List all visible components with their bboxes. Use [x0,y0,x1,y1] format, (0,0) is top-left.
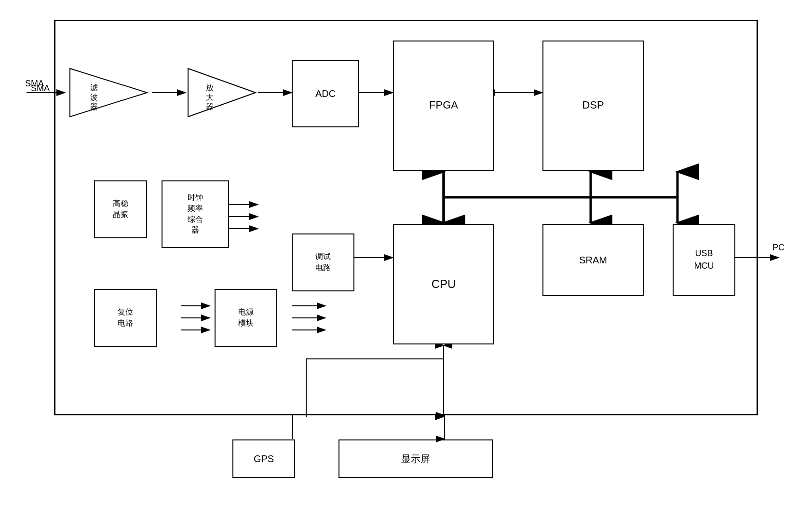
crystal-block: 高稳 晶振 [94,180,147,238]
svg-marker-39 [70,69,147,117]
svg-text:波: 波 [90,93,98,101]
main-box: 滤 波 器 放 大 器 ADC FPGA DSP CPU SRAM USB MC… [54,20,758,415]
diagram-container: SMA [25,20,787,488]
sma-label: SMA [25,79,44,89]
usb-mcu-block: USB MCU [673,224,735,296]
amp1-block: 滤 波 器 [65,64,152,122]
reset-circuit-block: 复位 电路 [94,289,157,347]
svg-marker-43 [188,69,256,117]
dsp-block: DSP [542,41,644,171]
clock-synth-block: 时钟 频率 综合 器 [162,180,229,248]
svg-text:器: 器 [206,103,214,111]
amp2-triangle-svg: 放 大 器 [183,64,260,122]
amp1-triangle-svg: 滤 波 器 [65,64,152,122]
svg-text:滤: 滤 [90,83,98,92]
adc-block: ADC [292,60,359,127]
fpga-block: FPGA [393,41,494,171]
amp2-block: 放 大 器 [183,64,260,122]
sram-block: SRAM [542,224,644,296]
svg-text:放: 放 [206,83,214,92]
power-module-block: 电源 模块 [215,289,277,347]
cpu-block: CPU [393,224,494,344]
display-block: 显示屏 [338,439,493,478]
gps-block: GPS [232,439,295,478]
svg-text:大: 大 [206,93,214,101]
svg-text:器: 器 [90,103,98,111]
pc-label: PC [772,243,785,253]
debug-circuit-block: 调试 电路 [292,233,354,291]
